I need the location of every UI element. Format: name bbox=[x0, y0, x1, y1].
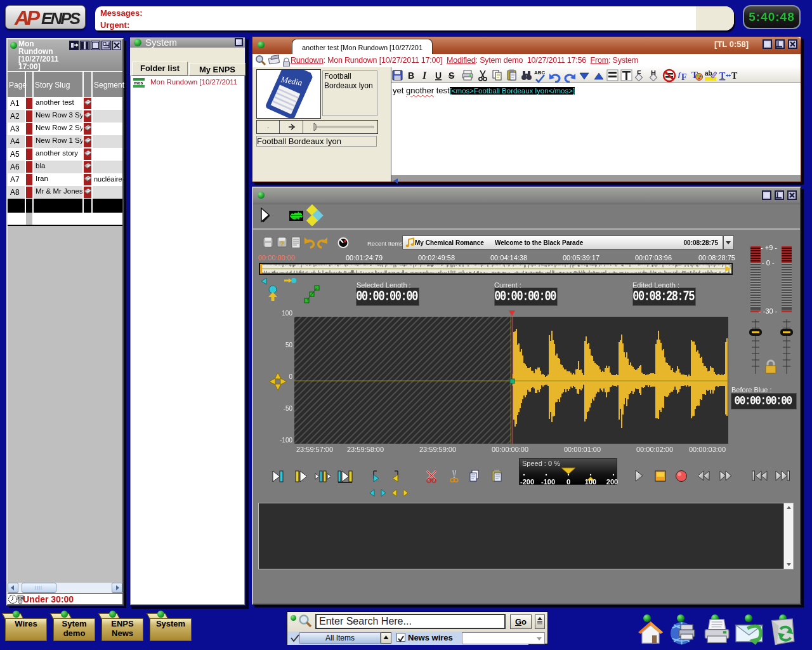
svg-text:ENPS: ENPS bbox=[41, 9, 81, 28]
svg-text:100: 100 bbox=[585, 478, 596, 486]
svg-text:mos: mos bbox=[134, 81, 143, 85]
svg-text:?: ? bbox=[280, 240, 284, 248]
svg-text:200: 200 bbox=[606, 478, 618, 486]
svg-text:ab: ab bbox=[705, 70, 712, 77]
svg-text:AP: AP bbox=[14, 6, 41, 29]
svg-text:U: U bbox=[435, 70, 442, 81]
svg-text:S: S bbox=[449, 70, 454, 81]
svg-text:0: 0 bbox=[566, 478, 570, 486]
svg-text:T: T bbox=[731, 71, 738, 81]
svg-text:-200: -200 bbox=[520, 478, 534, 486]
svg-text:I: I bbox=[422, 70, 427, 81]
svg-text:B: B bbox=[408, 70, 414, 81]
svg-text:T: T bbox=[719, 71, 726, 81]
svg-text:-100: -100 bbox=[541, 478, 555, 486]
svg-text:F: F bbox=[681, 72, 687, 82]
